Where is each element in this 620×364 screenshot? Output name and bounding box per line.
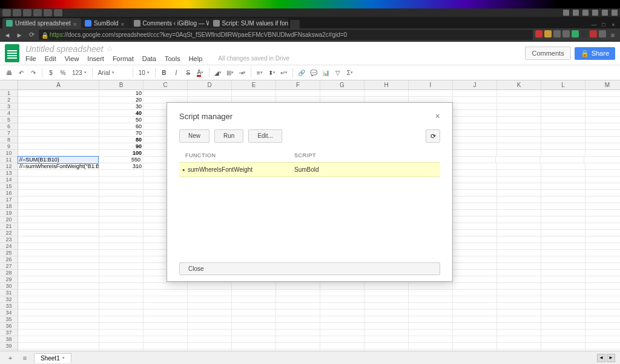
row-script-name: SumBold bbox=[294, 166, 440, 173]
row-bullet-icon: ● bbox=[179, 167, 188, 172]
column-header-function: FUNCTION bbox=[179, 152, 294, 158]
script-table-row[interactable]: ● sumWhereIsFontWeight SumBold bbox=[179, 162, 440, 177]
refresh-button[interactable]: ⟳ bbox=[426, 129, 440, 143]
new-script-button[interactable]: New bbox=[179, 129, 209, 143]
edit-script-button[interactable]: Edit... bbox=[248, 129, 282, 143]
run-script-button[interactable]: Run bbox=[214, 129, 243, 143]
close-dialog-button[interactable]: Close bbox=[179, 262, 440, 275]
modal-overlay: Script manager × New Run Edit... ⟳ FUNCT… bbox=[0, 0, 620, 364]
cell[interactable]: //=SUM(B1:B10) bbox=[18, 156, 99, 164]
row-function-name: sumWhereIsFontWeight bbox=[188, 166, 294, 173]
column-header-script: SCRIPT bbox=[294, 152, 440, 158]
dialog-close-button[interactable]: × bbox=[435, 111, 440, 121]
script-table-header: FUNCTION SCRIPT bbox=[167, 149, 452, 162]
dialog-title: Script manager bbox=[179, 112, 232, 121]
script-manager-dialog: Script manager × New Run Edit... ⟳ FUNCT… bbox=[167, 102, 453, 282]
